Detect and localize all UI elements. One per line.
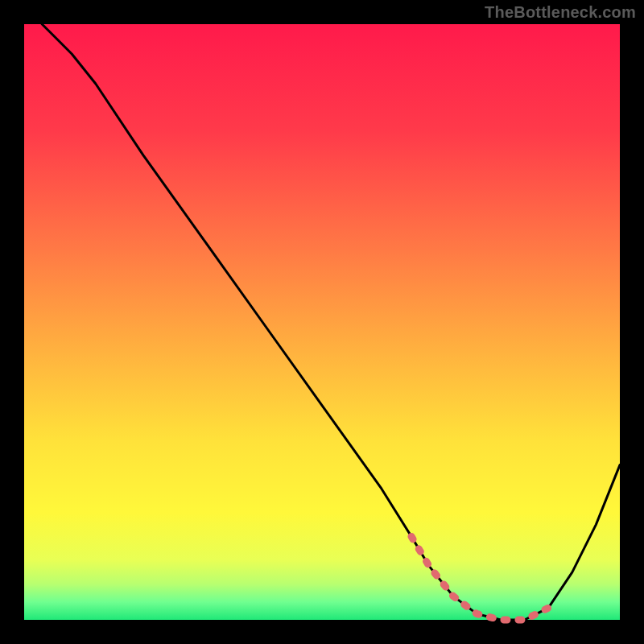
plot-background: [24, 24, 620, 620]
chart-container: TheBottleneck.com: [0, 0, 644, 644]
watermark-text: TheBottleneck.com: [485, 3, 636, 22]
bottleneck-chart: [0, 0, 644, 644]
